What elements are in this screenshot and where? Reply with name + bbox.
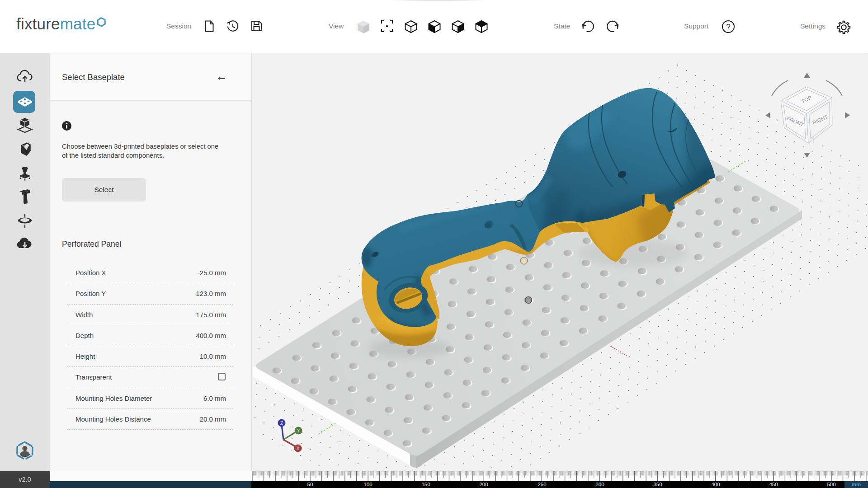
svg-text:X: X [297, 446, 300, 451]
svg-text:?: ? [726, 23, 730, 31]
svg-text:Z: Z [280, 421, 283, 426]
svg-text:Y: Y [297, 428, 300, 433]
